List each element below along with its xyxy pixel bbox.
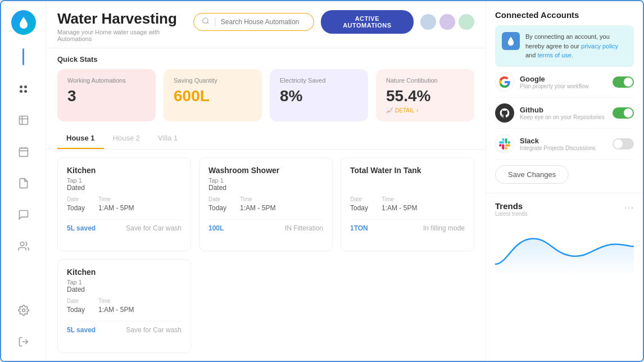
sidebar-item-table[interactable]: [13, 110, 34, 130]
avatar: [420, 14, 436, 30]
sidebar-divider: [22, 48, 24, 65]
save-changes-button[interactable]: Save Changes: [495, 165, 569, 184]
footer-right[interactable]: In filling mode: [423, 224, 465, 232]
card-tap-label: Tap 1: [208, 177, 323, 184]
account-item-github: Github Keep eye on on your Repositories: [495, 98, 634, 129]
page-title: Water Harvesting: [57, 10, 193, 28]
account-info-github: Github Keep eye on on your Repositories: [520, 106, 607, 120]
stats-row: Working Automations 3 Saving Quantity 60…: [57, 69, 474, 121]
trends-subtitle: Latest trends: [495, 211, 528, 217]
card-time-field: Time 1:AM - 5PM: [382, 196, 417, 212]
card-tap-val: Dated: [67, 184, 182, 192]
account-desc: Integrate Projects Discussions: [520, 145, 607, 151]
card-tap-label: Tap 1: [67, 279, 182, 286]
card-row: Date Today Time 1:AM - 5PM: [208, 196, 323, 212]
date-val: Today: [350, 204, 368, 212]
tab-house1[interactable]: House 1: [57, 128, 104, 149]
sidebar-item-message[interactable]: [13, 205, 34, 225]
stat-label: Saving Quantity: [174, 77, 252, 84]
search-icon: [202, 17, 210, 27]
card-footer: 5L saved Save for Car wash: [67, 219, 182, 232]
footer-right[interactable]: Save for Car wash: [126, 326, 182, 334]
time-label: Time: [98, 298, 134, 304]
card-kitchen-1: Kitchen Tap 1 Dated Date Today Time 1:AM…: [57, 157, 191, 251]
detail-label: DETAIL: [395, 107, 414, 114]
card-time-field: Time 1:AM - 5PM: [240, 196, 275, 212]
sidebar-item-users[interactable]: [13, 236, 34, 256]
privacy-policy-link[interactable]: privacy policy: [581, 43, 618, 49]
time-label: Time: [240, 196, 275, 202]
tabs: House 1 House 2 Villa 1: [46, 128, 486, 150]
header-title-block: Water Harvesting Manage your Home water …: [57, 10, 193, 42]
card-washroom-shower: Washroom Shower Tap 1 Dated Date Today T…: [199, 157, 333, 251]
sidebar-item-document[interactable]: [13, 173, 34, 193]
banner-text: By connecting an account, you hereby agr…: [525, 32, 627, 60]
toggle-github[interactable]: [613, 107, 634, 119]
search-input[interactable]: [221, 18, 306, 26]
svg-point-10: [202, 18, 207, 23]
card-title: Washroom Shower: [208, 166, 323, 175]
account-desc: Keep eye on on your Repositories: [520, 114, 607, 120]
card-title: Kitchen: [67, 268, 182, 277]
card-date-field: Date Today: [350, 196, 368, 212]
header-right: | ACTIVE AUTOMATIONS: [193, 10, 474, 34]
quick-stats-label: Quick Stats: [57, 55, 474, 64]
stat-label: Electricity Saved: [280, 77, 358, 84]
app-logo: [11, 10, 36, 35]
connected-accounts-section: Connected Accounts By connecting an acco…: [486, 1, 643, 193]
card-tap-label: Tap 1: [67, 177, 182, 184]
banner-icon: [502, 32, 520, 50]
tab-house2[interactable]: House 2: [104, 128, 149, 149]
sidebar-item-logout[interactable]: [13, 332, 34, 352]
main-content: Water Harvesting Manage your Home water …: [46, 1, 486, 361]
card-tap-val: Dated: [67, 286, 182, 293]
active-automations-button[interactable]: ACTIVE AUTOMATIONS: [321, 10, 414, 34]
sidebar-item-dashboard[interactable]: [13, 79, 34, 99]
toggle-slack[interactable]: [613, 138, 634, 150]
terms-of-use-link[interactable]: terms of use.: [537, 52, 573, 58]
footer-right[interactable]: Save for Car wash: [126, 224, 182, 232]
time-val: 1:AM - 5PM: [240, 204, 275, 212]
svg-rect-0: [19, 116, 28, 125]
github-icon: [495, 103, 514, 123]
trends-title: Trends: [495, 201, 528, 211]
toggle-google[interactable]: [613, 76, 634, 88]
stat-value: 3: [67, 87, 146, 105]
card-kitchen-2: Kitchen Tap 1 Dated Date Today Time 1:AM…: [57, 259, 191, 353]
sidebar-item-calendar[interactable]: [13, 142, 34, 162]
time-val: 1:AM - 5PM: [98, 204, 134, 212]
date-label: Date: [67, 196, 85, 202]
account-name: Github: [520, 106, 607, 114]
date-label: Date: [350, 196, 368, 202]
time-label: Time: [98, 196, 134, 202]
account-desc: Plan properly your workflow: [520, 83, 607, 89]
account-name: Slack: [520, 137, 607, 145]
stat-card-saving-quantity: Saving Quantity 600L: [164, 69, 262, 121]
stat-card-working-automations: Working Automations 3: [57, 69, 156, 121]
svg-rect-3: [19, 148, 28, 156]
quick-stats-section: Quick Stats Working Automations 3 Saving…: [46, 48, 486, 128]
trends-menu-icon[interactable]: ⋯: [624, 201, 634, 214]
card-time-field: Time 1:AM - 5PM: [98, 196, 134, 212]
connected-accounts-title: Connected Accounts: [495, 10, 634, 20]
date-label: Date: [67, 298, 85, 304]
svg-line-11: [207, 22, 208, 24]
slack-icon: [495, 134, 514, 153]
time-val: 1:AM - 5PM: [382, 204, 417, 212]
card-title: Kitchen: [67, 166, 182, 175]
stat-label: Nature Contibution: [386, 77, 464, 84]
date-val: Today: [208, 204, 226, 212]
account-name: Google: [520, 75, 607, 83]
date-label: Date: [208, 196, 226, 202]
app-frame: Water Harvesting Manage your Home water …: [0, 0, 644, 362]
sidebar-item-settings[interactable]: [13, 300, 34, 320]
footer-right[interactable]: IN Filteration: [285, 224, 323, 232]
detail-icon: 📈: [386, 107, 393, 114]
footer-left: 5L saved: [67, 224, 96, 232]
tab-villa1[interactable]: Villa 1: [149, 128, 187, 149]
avatar: [459, 14, 474, 30]
header-left: Water Harvesting Manage your Home water …: [57, 10, 193, 42]
stat-card-electricity-saved: Electricity Saved 8%: [270, 69, 368, 121]
stat-label: Working Automations: [67, 77, 146, 84]
stat-detail: 📈 DETAIL ›: [386, 107, 464, 114]
